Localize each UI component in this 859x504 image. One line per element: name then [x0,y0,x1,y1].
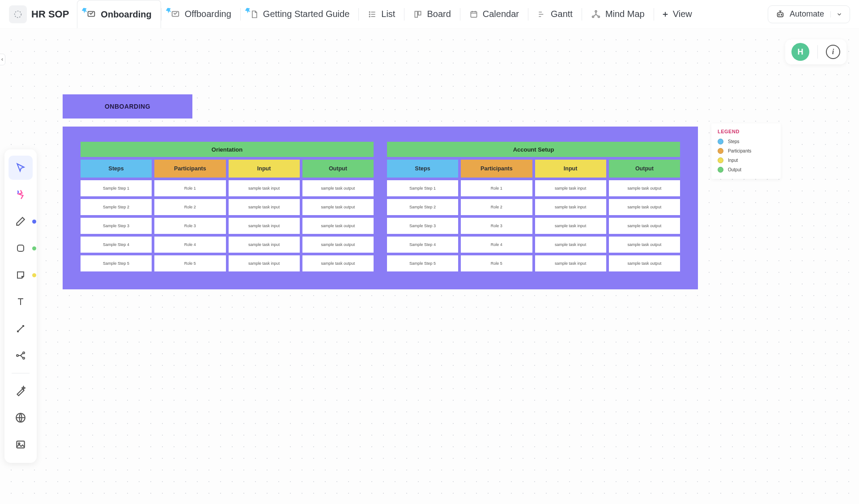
table-row[interactable]: Sample Step 1Role 1sample task inputsamp… [81,180,374,196]
svg-point-0 [15,11,21,17]
legend-label: Output [728,167,741,172]
table-cell[interactable]: sample task output [609,237,680,253]
table-cell[interactable]: Sample Step 1 [387,180,458,196]
add-view-button[interactable]: View [654,0,699,28]
table-cell[interactable]: Sample Step 3 [387,218,458,234]
table-cell[interactable]: sample task output [609,199,680,215]
table-cell[interactable]: sample task input [535,180,606,196]
tab-label: Mind Map [605,9,645,19]
table-cell[interactable]: Role 1 [461,180,532,196]
doc-icon [250,9,259,19]
collapse-handle[interactable] [0,54,5,65]
table-cell[interactable]: sample task output [302,199,374,215]
tab-offboarding[interactable]: Offboarding [162,0,240,28]
table-cell[interactable]: sample task output [302,237,374,253]
table-cell[interactable]: Sample Step 5 [81,255,152,271]
legend-item-input: Input [718,157,774,163]
table-cell[interactable]: sample task output [609,218,680,234]
tab-list[interactable]: List [359,0,404,28]
tab-onboarding[interactable]: Onboarding [77,0,161,28]
table-row[interactable]: Sample Step 4Role 4sample task inputsamp… [81,237,374,253]
automate-button[interactable]: Automate [768,5,850,23]
tab-calendar[interactable]: Calendar [460,0,528,28]
table-row[interactable]: Sample Step 3Role 3sample task inputsamp… [387,218,680,234]
table-cell[interactable]: Role 4 [154,237,225,253]
table-cell[interactable]: sample task input [535,218,606,234]
relations-tool[interactable] [9,343,33,368]
table-cell[interactable]: sample task input [229,255,300,271]
col-steps[interactable]: Steps [81,160,152,178]
svg-rect-8 [471,12,476,17]
table-cell[interactable]: sample task output [302,180,374,196]
table-cell[interactable]: sample task output [609,180,680,196]
table-cell[interactable]: Role 5 [461,255,532,271]
table-cell[interactable]: Sample Step 4 [81,237,152,253]
table-cell[interactable]: Sample Step 2 [387,199,458,215]
robot-icon [775,9,785,19]
sticky-tool[interactable] [9,263,33,287]
select-tool[interactable] [9,156,33,180]
table-row[interactable]: Sample Step 4Role 4sample task inputsamp… [387,237,680,253]
col-input[interactable]: Input [535,160,606,178]
tab-gantt[interactable]: Gantt [528,0,582,28]
table-row[interactable]: Sample Step 5Role 5sample task inputsamp… [81,255,374,271]
magic-tool[interactable] [9,379,33,403]
web-tool[interactable] [9,406,33,430]
table-cell[interactable]: sample task input [229,199,300,215]
table-cell[interactable]: Role 2 [154,199,225,215]
table-cell[interactable]: Sample Step 1 [81,180,152,196]
table-cell[interactable]: sample task input [535,255,606,271]
col-participants[interactable]: Participants [154,160,225,178]
calendar-icon [469,10,478,19]
table-cell[interactable]: Sample Step 5 [387,255,458,271]
col-input[interactable]: Input [229,160,300,178]
svg-point-9 [595,10,597,12]
col-output[interactable]: Output [609,160,680,178]
section-header[interactable]: Orientation [81,142,374,157]
col-steps[interactable]: Steps [387,160,458,178]
table-cell[interactable]: sample task input [229,180,300,196]
table-cell[interactable]: sample task input [229,237,300,253]
connector-tool[interactable] [9,317,33,341]
col-output[interactable]: Output [302,160,374,178]
table-cell[interactable]: sample task input [229,218,300,234]
table-cell[interactable]: Sample Step 2 [81,199,152,215]
pen-tool[interactable] [9,209,33,233]
tab-mindmap[interactable]: Mind Map [582,0,654,28]
table-cell[interactable]: Role 2 [461,199,532,215]
chevron-down-icon[interactable] [830,11,842,17]
table-row[interactable]: Sample Step 5Role 5sample task inputsamp… [387,255,680,271]
tab-getting-started[interactable]: Getting Started Guide [241,0,358,28]
collaborators-bar: H i [785,39,846,64]
shape-tool[interactable] [9,236,33,260]
table-cell[interactable]: Sample Step 4 [387,237,458,253]
info-button[interactable]: i [826,45,840,59]
image-tool[interactable] [9,432,33,457]
col-participants[interactable]: Participants [461,160,532,178]
table-row[interactable]: Sample Step 2Role 2sample task inputsamp… [387,199,680,215]
avatar[interactable]: H [791,43,809,61]
text-tool[interactable] [9,290,33,314]
table-cell[interactable]: Role 1 [154,180,225,196]
column-headers: Steps Participants Input Output [81,160,374,178]
table-cell[interactable]: sample task input [535,199,606,215]
tab-board[interactable]: Board [404,0,459,28]
table-cell[interactable]: Role 4 [461,237,532,253]
table-row[interactable]: Sample Step 3Role 3sample task inputsamp… [81,218,374,234]
section-header[interactable]: Account Setup [387,142,680,157]
board-title[interactable]: ONBOARDING [63,94,192,119]
table-cell[interactable]: Sample Step 3 [81,218,152,234]
table-row[interactable]: Sample Step 1Role 1sample task inputsamp… [387,180,680,196]
table-cell[interactable]: sample task output [609,255,680,271]
table-cell[interactable]: Role 3 [461,218,532,234]
svg-point-16 [17,355,18,356]
table-cell[interactable]: sample task input [535,237,606,253]
ai-tool[interactable] [9,182,33,207]
canvas[interactable]: H i [0,29,859,504]
table-row[interactable]: Sample Step 2Role 2sample task inputsamp… [81,199,374,215]
legend[interactable]: LEGEND Steps Participants Input Output [711,123,781,179]
table-cell[interactable]: sample task output [302,218,374,234]
table-cell[interactable]: Role 5 [154,255,225,271]
table-cell[interactable]: Role 3 [154,218,225,234]
table-cell[interactable]: sample task output [302,255,374,271]
